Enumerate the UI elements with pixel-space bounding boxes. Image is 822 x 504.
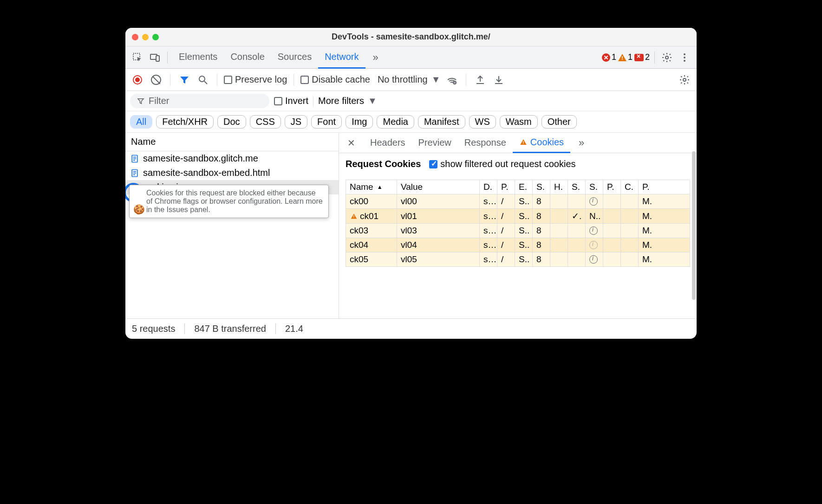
info-icon[interactable] [589,226,598,235]
cookie-col-header[interactable]: S. [586,180,603,194]
cookie-cell: M. [639,194,656,208]
request-row[interactable]: samesite-sandbox.glitch.me [125,151,339,166]
cookie-cell: M. [639,252,656,266]
tab-elements[interactable]: Elements [172,46,224,69]
show-filtered-checkbox[interactable]: show filtered out request cookies [429,159,575,169]
cookie-col-header[interactable]: H. [550,180,568,194]
network-settings-icon[interactable] [677,72,692,87]
info-icon[interactable] [589,255,598,264]
chip-doc[interactable]: Doc [217,115,246,129]
settings-icon[interactable] [659,50,674,65]
cookie-cell: M. [639,209,656,223]
cookie-cell [568,194,586,208]
close-detail-icon[interactable]: ✕ [343,137,360,149]
inspect-element-icon[interactable] [130,50,145,65]
tab-sources[interactable]: Sources [271,46,318,69]
disable-cache-checkbox[interactable]: Disable cache [300,74,370,85]
devtools-window: DevTools - samesite-sandbox.glitch.me/ E… [125,28,697,339]
name-column-header[interactable]: Name [125,133,339,151]
cookie-cell [603,194,621,208]
warnings-indicator[interactable]: 1 [618,52,633,62]
cookie-col-header[interactable]: Value [397,180,480,194]
cookie-col-header[interactable]: P. [639,180,656,194]
chip-wasm[interactable]: Wasm [500,115,538,129]
detail-tab-headers[interactable]: Headers [364,133,412,153]
cookie-row[interactable]: ck00vl00s…/S..8M. [346,194,690,209]
cookie-row[interactable]: ck05vl05s…/S..8M. [346,252,690,266]
cookie-table: Name▲ValueD.P.E.S.H.S.S.P.C.P.ck00vl00s…… [346,180,690,267]
minimize-window-button[interactable] [142,34,149,40]
cookie-cell: s… [480,224,497,238]
request-name: samesite-sandbox-embed.html [143,168,270,178]
scrollbar[interactable] [692,151,696,300]
invert-checkbox[interactable]: Invert [274,96,308,106]
cookie-cell: ck01 [346,209,397,223]
search-icon[interactable] [196,72,210,87]
network-conditions-icon[interactable] [444,72,459,87]
clear-button[interactable] [149,72,163,87]
cookie-row[interactable]: ck03vl03s…/S..8M. [346,224,690,238]
maximize-window-button[interactable] [152,34,159,40]
info-icon[interactable] [589,197,598,206]
info-icon[interactable] [589,241,598,249]
close-window-button[interactable] [132,34,138,40]
cookie-col-header[interactable]: C. [621,180,639,194]
throttling-dropdown[interactable]: No throttling▼ [378,74,441,85]
cookie-table-header: Name▲ValueD.P.E.S.H.S.S.P.C.P. [346,180,690,194]
errors-count: 1 [612,52,616,62]
cookie-row[interactable]: ck01vl01s…/S..8✓.N..M. [346,209,690,224]
titlebar: DevTools - samesite-sandbox.glitch.me/ [125,28,697,46]
chip-media[interactable]: Media [377,115,414,129]
cookie-col-header[interactable]: E. [515,180,533,194]
download-har-icon[interactable] [491,72,506,87]
detail-tab-cookies[interactable]: Cookies [513,133,570,153]
cookie-col-header[interactable]: D. [480,180,497,194]
request-row[interactable]: samesite-sandbox-embed.html [125,166,339,180]
chip-ws[interactable]: WS [469,115,496,129]
throttling-label: No throttling [378,74,428,85]
chip-manifest[interactable]: Manifest [418,115,465,129]
chip-js[interactable]: JS [285,115,307,129]
detail-tab-preview[interactable]: Preview [412,133,458,153]
error-icon [602,53,610,62]
tab-network[interactable]: Network [318,46,365,69]
window-title: DevTools - samesite-sandbox.glitch.me/ [125,32,697,42]
upload-har-icon[interactable] [473,72,488,87]
cookie-col-header[interactable]: Name▲ [346,180,397,194]
cookie-cell: vl03 [397,224,480,238]
errors-indicator[interactable]: 1 [602,52,616,62]
more-tabs-icon[interactable]: » [368,52,383,64]
more-filters-dropdown[interactable]: More filters▼ [318,96,377,106]
more-detail-tabs-icon[interactable]: » [574,137,589,149]
messages-indicator[interactable]: 2 [634,52,650,62]
chip-other[interactable]: Other [541,115,577,129]
cookie-icon: 🍪 [133,204,145,215]
request-list: samesite-sandbox.glitch.mesamesite-sandb… [125,151,339,318]
detail-tab-response[interactable]: Response [458,133,513,153]
cookie-cell: S.. [515,194,533,208]
filter-input[interactable]: Filter [130,94,269,108]
preserve-log-checkbox[interactable]: Preserve log [224,74,287,85]
cookie-col-header[interactable]: P. [603,180,621,194]
cookie-col-header[interactable]: P. [497,180,515,194]
svg-point-3 [665,56,668,59]
cookie-cell: s… [480,238,497,252]
cookie-col-header[interactable]: S. [533,180,550,194]
cookie-cell [603,224,621,238]
cookie-cell: s… [480,194,497,208]
preserve-log-label: Preserve log [235,74,287,85]
warning-icon [618,54,626,61]
device-toolbar-icon[interactable] [148,50,163,65]
filter-toggle-icon[interactable] [177,72,192,87]
chip-font[interactable]: Font [311,115,342,129]
chip-css[interactable]: CSS [250,115,281,129]
chip-fetchxhr[interactable]: Fetch/XHR [156,115,214,129]
tab-console[interactable]: Console [224,46,271,69]
kebab-menu-icon[interactable] [677,50,692,65]
cookie-row[interactable]: ck04vl04s…/S..8M. [346,238,690,252]
chip-all[interactable]: All [130,115,152,129]
chip-img[interactable]: Img [346,115,373,129]
cookie-col-header[interactable]: S. [568,180,586,194]
record-button[interactable] [130,72,145,87]
cookie-cell: 8 [533,238,550,252]
